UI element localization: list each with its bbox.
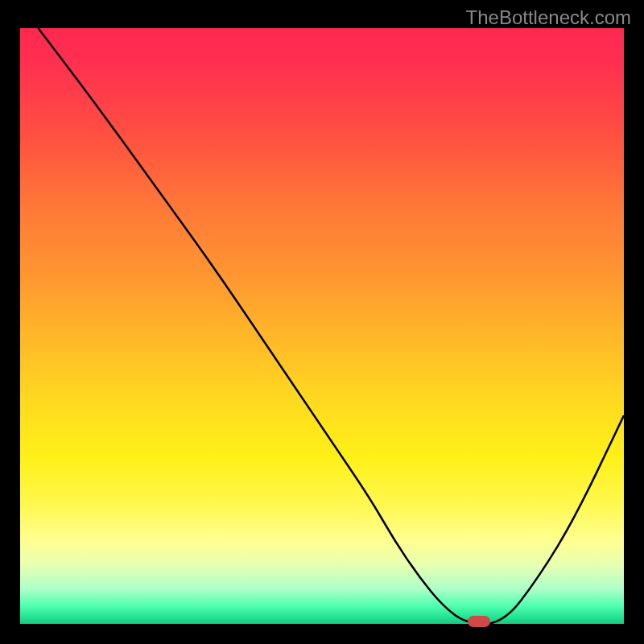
watermark-text: TheBottleneck.com (466, 6, 631, 29)
bottleneck-curve (20, 28, 624, 624)
chart-plot-area (20, 28, 624, 624)
optimum-marker (468, 616, 490, 627)
